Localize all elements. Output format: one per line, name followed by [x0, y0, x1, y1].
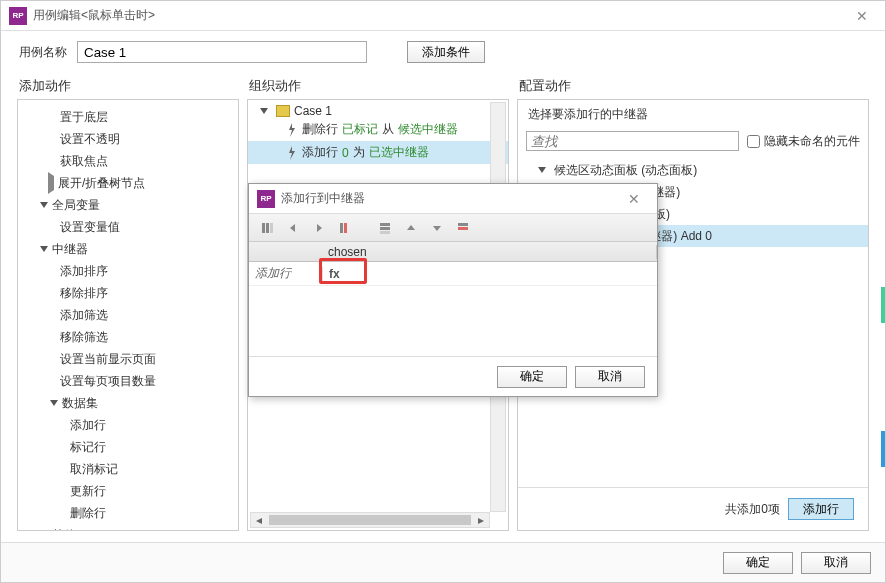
tree-item[interactable]: 置于底层: [18, 106, 238, 128]
chevron-down-icon: [40, 246, 48, 252]
close-icon[interactable]: ✕: [847, 8, 877, 24]
add-condition-button[interactable]: 添加条件: [407, 41, 485, 63]
tree-item-expand[interactable]: 展开/折叠树节点: [18, 172, 238, 194]
svg-rect-0: [262, 223, 265, 233]
main-window: RP 用例编辑<鼠标单击时> ✕ 用例名称 添加条件 添加动作 置于底层 设置不…: [0, 0, 886, 583]
action-row-add[interactable]: 添加行 0 为 已选中继器: [248, 141, 508, 164]
case-name-input[interactable]: [77, 41, 367, 63]
svg-rect-6: [380, 227, 390, 230]
delete-row-icon[interactable]: [451, 218, 475, 238]
add-row-modal: RP 添加行到中继器 ✕ chosen 添加行 fx 确定 取消: [248, 183, 658, 397]
tree-item[interactable]: 取消标记: [18, 458, 238, 480]
col2-header: 组织动作: [243, 71, 513, 99]
tree-item[interactable]: 添加行: [18, 414, 238, 436]
grid-col-chosen[interactable]: chosen: [322, 245, 657, 259]
bolt-icon: [286, 123, 298, 137]
add-row-icon[interactable]: [373, 218, 397, 238]
cancel-button[interactable]: 取消: [801, 552, 871, 574]
tree-item[interactable]: 设置不透明: [18, 128, 238, 150]
chevron-down-icon: [50, 400, 58, 406]
svg-rect-4: [344, 223, 347, 233]
col1-header: 添加动作: [13, 71, 243, 99]
scroll-left-icon[interactable]: ◂: [251, 513, 267, 527]
fx-cell[interactable]: fx: [322, 267, 402, 281]
add-row-button[interactable]: 添加行: [788, 498, 854, 520]
bolt-icon: [286, 146, 298, 160]
app-icon: RP: [257, 190, 275, 208]
h-scrollbar[interactable]: ◂ ▸: [250, 512, 490, 528]
window-title: 用例编辑<鼠标单击时>: [33, 7, 847, 24]
ok-button[interactable]: 确定: [723, 552, 793, 574]
tree-item[interactable]: 获取焦点: [18, 150, 238, 172]
actions-tree-panel: 置于底层 设置不透明 获取焦点 展开/折叠树节点 全局变量 设置变量值 中继器 …: [17, 99, 239, 531]
grid-header: chosen: [249, 242, 657, 262]
modal-title: 添加行到中继器: [281, 190, 619, 207]
edge-tab-blue[interactable]: [881, 431, 885, 467]
col3-header: 配置动作: [513, 71, 873, 99]
modal-toolbar: [249, 214, 657, 242]
svg-rect-5: [380, 223, 390, 226]
grid-row[interactable]: 添加行 fx: [249, 262, 657, 286]
tree-item[interactable]: 移除排序: [18, 282, 238, 304]
tree-group-global[interactable]: 全局变量: [18, 194, 238, 216]
tree-group-repeater[interactable]: 中继器: [18, 238, 238, 260]
svg-rect-8: [458, 223, 468, 226]
dialog-footer: 确定 取消: [1, 542, 885, 582]
move-right-icon[interactable]: [307, 218, 331, 238]
edge-tab-green[interactable]: [881, 287, 885, 323]
tree-item[interactable]: 更新行: [18, 480, 238, 502]
move-left-icon[interactable]: [281, 218, 305, 238]
delete-column-icon[interactable]: [333, 218, 357, 238]
tree-item[interactable]: 删除行: [18, 502, 238, 524]
tree-item[interactable]: 设置每页项目数量: [18, 370, 238, 392]
row-label: 添加行: [249, 265, 322, 282]
hide-unnamed-checkbox[interactable]: 隐藏未命名的元件: [747, 133, 860, 150]
chevron-down-icon: [538, 167, 546, 173]
svg-rect-9: [458, 227, 468, 230]
svg-rect-7: [380, 231, 390, 234]
chevron-down-icon: [40, 202, 48, 208]
scroll-thumb[interactable]: [269, 515, 471, 525]
tree-group-dataset[interactable]: 数据集: [18, 392, 238, 414]
modal-ok-button[interactable]: 确定: [497, 366, 567, 388]
svg-rect-1: [266, 223, 269, 233]
case-name-row: 用例名称 添加条件: [1, 31, 885, 71]
add-column-icon[interactable]: [255, 218, 279, 238]
svg-rect-2: [270, 223, 273, 233]
tree-item[interactable]: 添加排序: [18, 260, 238, 282]
app-icon: RP: [9, 7, 27, 25]
tree-group-other[interactable]: 其他: [18, 524, 238, 531]
action-row-delete[interactable]: 删除行 已标记 从 候选中继器: [248, 118, 508, 141]
case-name-label: 用例名称: [19, 44, 67, 61]
scroll-right-icon[interactable]: ▸: [473, 513, 489, 527]
svg-rect-3: [340, 223, 343, 233]
move-up-icon[interactable]: [399, 218, 423, 238]
case-node[interactable]: Case 1: [248, 104, 508, 118]
modal-close-icon[interactable]: ✕: [619, 191, 649, 207]
titlebar: RP 用例编辑<鼠标单击时> ✕: [1, 1, 885, 31]
tree-item[interactable]: 设置变量值: [18, 216, 238, 238]
tree-item[interactable]: 标记行: [18, 436, 238, 458]
chevron-right-icon: [48, 172, 54, 194]
modal-cancel-button[interactable]: 取消: [575, 366, 645, 388]
move-down-icon[interactable]: [425, 218, 449, 238]
folder-icon: [276, 105, 290, 117]
chevron-down-icon: [260, 108, 268, 114]
tree-item[interactable]: 设置当前显示页面: [18, 348, 238, 370]
cfg-group-1[interactable]: 候选区动态面板 (动态面板): [518, 159, 868, 181]
summary-text: 共添加0项: [725, 501, 780, 518]
tree-item[interactable]: 移除筛选: [18, 326, 238, 348]
tree-item[interactable]: 添加筛选: [18, 304, 238, 326]
config-subtitle: 选择要添加行的中继器: [518, 100, 868, 127]
search-input[interactable]: [526, 131, 739, 151]
